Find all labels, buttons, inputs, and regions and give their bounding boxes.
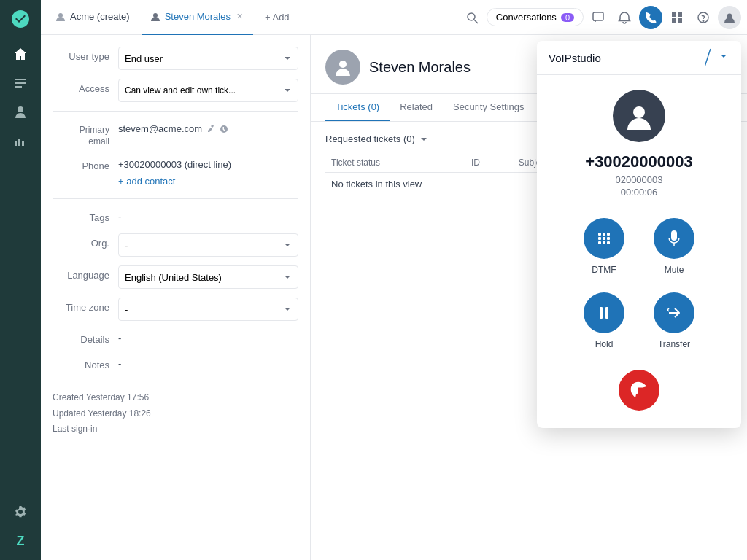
search-button[interactable] [460, 6, 484, 29]
mute-action: Mute [654, 218, 694, 275]
sidebar-item-home[interactable] [7, 41, 34, 67]
org-input[interactable]: - [118, 233, 298, 257]
tab-related[interactable]: Related [390, 94, 443, 121]
voip-collapse-icon[interactable] [718, 50, 729, 66]
help-button[interactable] [692, 6, 715, 29]
svg-rect-16 [607, 233, 610, 236]
user-type-label: User type [53, 47, 118, 62]
phone-row: Phone +30020000003 (direct line) + add c… [53, 156, 298, 190]
section-header-label: Requested tickets (0) [325, 133, 415, 144]
tab-security-settings[interactable]: Security Settings [443, 94, 535, 121]
updated-label: Updated [53, 408, 85, 419]
voip-body: +30020000003 020000003 00:00:06 [537, 75, 741, 428]
voip-pin-icon[interactable]: ╲ [700, 49, 716, 66]
caller-number: +30020000003 [585, 152, 692, 171]
notifications-button[interactable] [613, 6, 636, 29]
created-label: Created [53, 392, 84, 402]
svg-rect-8 [678, 18, 682, 23]
call-duration: 00:00:06 [621, 187, 658, 198]
caller-short: 020000003 [615, 174, 662, 185]
access-input[interactable]: Can view and edit own tick... [118, 79, 298, 102]
sidebar-item-zendesk[interactable]: Z [7, 528, 34, 554]
primary-email-row: Primaryemail stevem@acme.com [53, 120, 298, 147]
access-row: Access Can view and edit own tick... [53, 79, 298, 102]
tab-close-icon[interactable]: ✕ [235, 10, 244, 23]
sidebar-item-users[interactable] [7, 99, 34, 125]
grid-button[interactable] [665, 6, 689, 29]
details-label: Details [53, 330, 118, 345]
transfer-action: Transfer [654, 292, 694, 349]
language-label: Language [53, 265, 118, 281]
language-input[interactable]: English (United States) [118, 265, 298, 289]
caller-avatar [613, 90, 665, 142]
user-type-row: User type End user [53, 47, 298, 70]
voip-panel: VoIPstudio ╲ +30020000003 020000003 00:0… [537, 41, 741, 428]
timezone-value: - [125, 304, 128, 315]
phone-value: +30020000003 (direct line) [118, 156, 298, 173]
chat-button[interactable] [587, 6, 610, 29]
hold-action: Hold [584, 292, 624, 349]
svg-rect-19 [607, 237, 610, 240]
svg-rect-6 [678, 12, 682, 17]
access-label: Access [53, 79, 118, 94]
sidebar: Z [0, 0, 41, 560]
svg-rect-25 [605, 307, 608, 319]
sidebar-item-tickets[interactable] [7, 70, 34, 96]
org-row: Org. - [53, 233, 298, 257]
tab-tickets[interactable]: Tickets (0) [325, 94, 390, 121]
transfer-label: Transfer [658, 339, 690, 349]
sidebar-item-reports[interactable] [7, 128, 34, 155]
timezone-row: Time zone - [53, 298, 298, 321]
details-value: - [118, 330, 298, 346]
end-call-button[interactable] [619, 370, 659, 411]
svg-rect-7 [672, 18, 676, 23]
phone-button[interactable] [639, 6, 662, 29]
org-value: - [125, 240, 128, 251]
svg-rect-4 [593, 12, 603, 20]
tab-steven-label: Steven Morales [165, 11, 231, 22]
svg-rect-20 [598, 241, 601, 244]
transfer-button[interactable] [654, 292, 694, 333]
notes-label: Notes [53, 355, 118, 370]
tab-add[interactable]: + Add [256, 0, 298, 35]
conversations-button[interactable]: Conversations 0 [487, 8, 584, 26]
svg-rect-14 [598, 233, 601, 236]
notes-row: Notes - [53, 355, 298, 372]
col-ticket-status: Ticket status [325, 153, 465, 173]
timezone-label: Time zone [53, 298, 118, 313]
language-value: English (United States) [125, 272, 222, 283]
svg-rect-21 [603, 241, 605, 244]
dtmf-action: DTMF [584, 218, 624, 275]
tab-acme[interactable]: Acme (create) [47, 0, 139, 35]
primary-email-label: Primaryemail [53, 120, 118, 147]
add-contact-link[interactable]: + add contact [118, 173, 298, 190]
mute-label: Mute [665, 265, 684, 275]
sidebar-item-settings[interactable] [7, 499, 34, 525]
svg-point-13 [633, 106, 645, 118]
svg-rect-5 [672, 12, 676, 17]
hold-label: Hold [595, 339, 614, 349]
svg-rect-18 [603, 237, 605, 240]
svg-point-12 [339, 61, 347, 68]
tab-acme-label: Acme (create) [70, 11, 130, 22]
avatar-button[interactable] [718, 6, 741, 29]
dtmf-button[interactable] [584, 218, 624, 259]
svg-rect-22 [607, 241, 610, 244]
notes-value: - [118, 355, 298, 372]
user-type-value: End user [125, 53, 163, 64]
svg-rect-17 [598, 237, 601, 240]
hold-button[interactable] [584, 292, 624, 333]
sidebar-logo [7, 6, 34, 32]
topbar: Acme (create) Steven Morales ✕ + Add Con… [41, 0, 747, 35]
user-type-input[interactable]: End user [118, 47, 298, 70]
dtmf-label: DTMF [592, 265, 616, 275]
tab-steven[interactable]: Steven Morales ✕ [142, 0, 253, 35]
mute-button[interactable] [654, 218, 694, 259]
timezone-input[interactable]: - [118, 298, 298, 321]
conversations-badge: 0 [561, 13, 574, 22]
voip-title: VoIPstudio [549, 52, 601, 64]
updated-value: Yesterday 18:26 [88, 408, 151, 419]
phone-label: Phone [53, 156, 118, 171]
voip-header: VoIPstudio ╲ [537, 41, 741, 75]
access-value: Can view and edit own tick... [125, 85, 236, 96]
